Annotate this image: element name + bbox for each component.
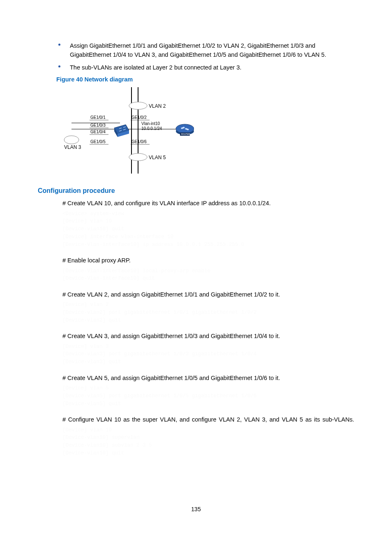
- vlan2-label: VLAN 2: [149, 103, 166, 109]
- ge104-label: GE1/0/4: [90, 130, 106, 134]
- bullet-text: Assign GigabitEthernet 1/0/1 and Gigabit…: [70, 42, 326, 58]
- bullet-item: Assign GigabitEthernet 1/0/1 and Gigabit…: [58, 41, 354, 60]
- vlan5-label: VLAN 5: [149, 155, 166, 160]
- switch-label: SWITCH: [117, 138, 125, 140]
- bullet-text: The sub-VLANs are isolated at Layer 2 bu…: [70, 64, 242, 71]
- step-text: # Enable local proxy ARP.: [62, 256, 354, 265]
- step-text: # Create VLAN 3, and assign GigabitEther…: [62, 331, 354, 341]
- switch-icon: SWITCH: [114, 125, 129, 140]
- page-content: Assign GigabitEthernet 1/0/1 and Gigabit…: [0, 0, 392, 481]
- svg-point-19: [176, 124, 194, 133]
- cli-block: [Device] vlan 5 [Device-vlan5] port giga…: [62, 385, 354, 408]
- cli-block: [Device] vlan 10 [Device-vlan10] supervl…: [62, 426, 354, 457]
- ge106-label: GE1/0/6: [131, 139, 147, 144]
- page-number: 135: [0, 506, 392, 512]
- bullet-dot-icon: [58, 65, 60, 67]
- ge102-label: GE1/0/2: [131, 115, 147, 120]
- cli-block: [Device-Vlan-interface10] local-proxy-ar…: [62, 267, 354, 283]
- cli-block: [Device] vlan 2 [Device-vlan2] port giga…: [62, 301, 354, 324]
- vlanint-label: Vlan-int10: [141, 121, 160, 126]
- diagram-svg: VLAN 2 VLAN 5 VLAN 3 GE1/0/1 GE1/0/3 GE1…: [62, 85, 194, 176]
- vlan3-label: VLAN 3: [64, 144, 81, 150]
- step-text: # Create VLAN 10, and configure its VLAN…: [62, 199, 354, 208]
- network-diagram: VLAN 2 VLAN 5 VLAN 3 GE1/0/1 GE1/0/3 GE1…: [62, 85, 354, 177]
- step-text: # Create VLAN 5, and assign GigabitEther…: [62, 373, 354, 383]
- step-text: # Configure VLAN 10 as the super VLAN, a…: [62, 415, 354, 424]
- router-label: ROUTER: [181, 133, 190, 135]
- ge105-label: GE1/0/5: [90, 139, 106, 144]
- svg-point-3: [129, 153, 147, 161]
- procedure-body: # Create VLAN 10, and configure its VLAN…: [62, 199, 354, 457]
- bullet-dot-icon: [58, 44, 60, 46]
- svg-point-2: [129, 102, 147, 109]
- step-text: # Create VLAN 2, and assign GigabitEther…: [62, 290, 354, 299]
- cli-block: <Device> system-view [Device] vlan 10 [D…: [62, 210, 354, 249]
- ge103-label: GE1/0/3: [90, 123, 106, 127]
- cli-block: [Device] vlan 3 [Device-vlan3] port giga…: [62, 343, 354, 366]
- bullet-list: Assign GigabitEthernet 1/0/1 and Gigabit…: [58, 41, 354, 72]
- figure-caption: Figure 40 Network diagram: [56, 76, 354, 83]
- ge101-label: GE1/0/1: [90, 115, 106, 120]
- bullet-item: The sub-VLANs are isolated at Layer 2 bu…: [58, 63, 354, 72]
- section-heading: Configuration procedure: [38, 187, 354, 195]
- ip-label: 10.0.0.1/24: [141, 126, 162, 131]
- svg-point-4: [64, 136, 79, 144]
- router-icon: ROUTER: [176, 124, 194, 136]
